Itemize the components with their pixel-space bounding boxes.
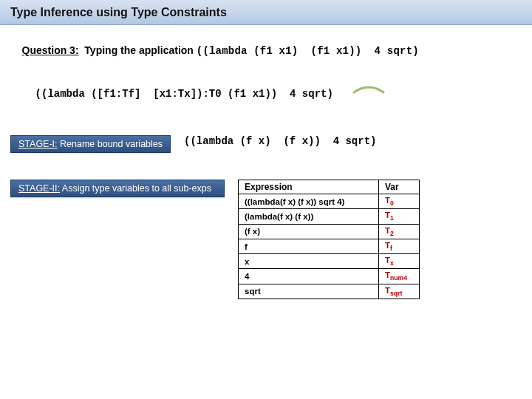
table-row: sqrtTsqrt bbox=[239, 284, 420, 299]
cell-expression: (lambda(f x) (f x)) bbox=[239, 209, 379, 224]
cell-expression: x bbox=[239, 254, 379, 269]
cell-var: T0 bbox=[379, 194, 420, 209]
stage2-row: STAGE-II: Assign type variables to all s… bbox=[10, 180, 522, 299]
table-row: ((lambda(f x) (f x)) sqrt 4)T0 bbox=[239, 194, 420, 209]
header-var: Var bbox=[379, 180, 420, 194]
stage1-row: STAGE-I: Rename bound variables ((lambda… bbox=[10, 135, 522, 153]
table-body: ((lambda(f x) (f x)) sqrt 4)T0(lambda(f … bbox=[239, 194, 420, 299]
cell-expression: ((lambda(f x) (f x)) sqrt 4) bbox=[239, 194, 379, 209]
stage1-label: STAGE-I: bbox=[18, 139, 58, 149]
stage1-desc: Rename bound variables bbox=[60, 139, 163, 149]
cell-var: Tf bbox=[379, 239, 420, 253]
cell-expression: 4 bbox=[239, 269, 379, 284]
table-header-row: Expression Var bbox=[239, 180, 420, 194]
cell-expression: f bbox=[239, 239, 379, 253]
table-row: fTf bbox=[239, 239, 420, 253]
cell-var: Tx bbox=[379, 254, 420, 269]
cell-var: T2 bbox=[379, 224, 420, 239]
stage2-label: STAGE-II: bbox=[18, 183, 60, 194]
question-code: ((lambda (f1 x1) (f1 x1)) 4 sqrt) bbox=[197, 45, 419, 57]
question-prompt: Typing the application bbox=[84, 44, 194, 56]
cell-var: Tnum4 bbox=[379, 269, 420, 284]
table-row: 4Tnum4 bbox=[239, 269, 420, 284]
slide-content: Question 3: Typing the application ((lam… bbox=[0, 25, 532, 307]
header-expression: Expression bbox=[239, 180, 379, 194]
stage1-code: ((lambda (f x) (f x)) 4 sqrt) bbox=[184, 135, 376, 147]
slide-title: Type Inference using Type Constraints bbox=[10, 6, 227, 19]
expression-table: Expression Var ((lambda(f x) (f x)) sqrt… bbox=[238, 180, 420, 299]
question-label: Question 3: bbox=[22, 44, 79, 56]
cell-var: Tsqrt bbox=[379, 284, 420, 299]
table-row: (f x)T2 bbox=[239, 224, 420, 239]
cell-var: T1 bbox=[379, 209, 420, 224]
stage2-desc: Assign type variables to all sub-exps bbox=[62, 183, 211, 194]
typed-expression-text: ((lambda ([f1:Tf] [x1:Tx]):T0 (f1 x1)) 4… bbox=[35, 88, 333, 100]
cell-expression: (f x) bbox=[239, 224, 379, 239]
table-row: (lambda(f x) (f x))T1 bbox=[239, 209, 420, 224]
question-line: Question 3: Typing the application ((lam… bbox=[10, 33, 522, 69]
cell-expression: sqrt bbox=[239, 284, 379, 299]
typed-expression: ((lambda ([f1:Tf] [x1:Tx]):T0 (f1 x1)) 4… bbox=[10, 76, 522, 123]
table-row: xTx bbox=[239, 254, 420, 269]
title-bar: Type Inference using Type Constraints bbox=[0, 0, 532, 25]
stage2-badge: STAGE-II: Assign type variables to all s… bbox=[10, 180, 225, 197]
stage1-badge: STAGE-I: Rename bound variables bbox=[10, 135, 171, 153]
